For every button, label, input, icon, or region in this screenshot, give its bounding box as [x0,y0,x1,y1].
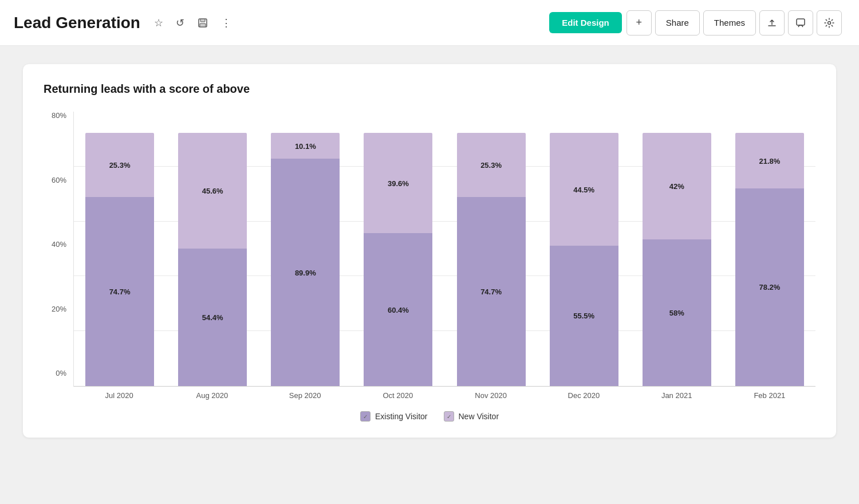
chart-area: 0% 20% 40% 60% 80% 25.3%74.7%45.6%54.4%1… [44,112,815,400]
legend-label-new: New Visitor [459,412,499,421]
chart-card: Returning leads with a score of above 0%… [23,64,836,438]
x-axis-label: Jan 2021 [636,391,718,400]
bar-segment-top: 42% [643,133,711,239]
main-content: Returning leads with a score of above 0%… [0,46,859,456]
bar-segment-bottom: 74.7% [457,197,526,386]
bar-top-label: 25.3% [109,161,131,170]
bar-stack: 25.3%74.7% [457,133,526,386]
x-axis-label: Sep 2020 [264,391,346,400]
more-options-icon[interactable]: ⋮ [219,14,234,32]
bar-top-label: 39.6% [388,179,409,187]
y-label-80: 80% [52,112,66,119]
y-label-0: 0% [56,369,66,377]
bar-segment-bottom: 58% [643,239,711,386]
x-axis-label: Aug 2020 [171,391,253,400]
legend-item-new: ✓ New Visitor [444,411,499,422]
bar-segment-top: 25.3% [457,133,526,197]
bar-group: 25.3%74.7% [450,112,533,386]
svg-rect-1 [200,19,205,22]
chart-title: Returning leads with a score of above [44,82,815,96]
bar-bottom-label: 74.7% [109,288,131,296]
bar-top-label: 42% [669,182,684,191]
bar-top-label: 10.1% [295,141,316,150]
header: Lead Generation ☆ ↺ ⋮ Edit Design + Shar… [0,0,859,46]
bar-stack: 10.1%89.9% [271,133,340,386]
bar-bottom-label: 78.2% [759,283,781,292]
bar-stack: 21.8%78.2% [735,133,804,386]
svg-rect-2 [200,23,206,27]
add-button[interactable]: + [626,10,652,36]
x-axis-label: Nov 2020 [450,391,532,400]
edit-design-button[interactable]: Edit Design [549,12,622,33]
bar-top-label: 25.3% [480,161,502,170]
bar-group: 25.3%74.7% [78,112,161,386]
bar-segment-bottom: 74.7% [85,197,154,386]
legend-swatch-existing: ✓ [360,411,371,422]
chart-body: 25.3%74.7%45.6%54.4%10.1%89.9%39.6%60.4%… [73,112,815,400]
header-icon-group: ☆ ↺ ⋮ [152,14,234,32]
bar-bottom-label: 60.4% [388,305,409,314]
bar-top-label: 45.6% [202,187,223,195]
y-label-40: 40% [52,241,66,248]
x-axis-label: Oct 2020 [357,391,439,400]
bar-top-label: 21.8% [759,156,781,165]
bar-group: 21.8%78.2% [728,112,811,386]
svg-rect-3 [797,19,805,25]
x-labels: Jul 2020Aug 2020Sep 2020Oct 2020Nov 2020… [73,387,815,400]
bar-segment-bottom: 55.5% [550,246,618,386]
bar-bottom-label: 55.5% [573,312,594,320]
bar-segment-top: 25.3% [85,133,154,197]
settings-icon[interactable] [817,10,842,36]
bar-segment-bottom: 54.4% [178,249,247,386]
bar-segment-bottom: 78.2% [735,188,804,386]
bar-stack: 45.6%54.4% [178,133,247,386]
bar-group: 39.6%60.4% [357,112,439,386]
y-axis: 0% 20% 40% 60% 80% [44,112,73,400]
bar-stack: 39.6%60.4% [364,133,432,386]
y-label-60: 60% [52,176,66,184]
legend-label-existing: Existing Visitor [375,412,428,421]
bar-segment-bottom: 60.4% [364,233,432,386]
bar-segment-top: 44.5% [550,133,618,246]
bar-segment-top: 45.6% [178,133,247,248]
save-icon[interactable] [195,15,211,31]
chart-legend: ✓ Existing Visitor ✓ New Visitor [44,411,815,422]
bar-group: 42%58% [636,112,718,386]
bar-segment-top: 39.6% [364,133,432,233]
upload-icon[interactable] [759,10,785,36]
legend-swatch-new: ✓ [444,411,454,422]
bar-stack: 44.5%55.5% [550,133,618,386]
x-axis-label: Dec 2020 [542,391,625,400]
y-label-20: 20% [52,305,66,313]
bar-group: 10.1%89.9% [264,112,346,386]
bar-group: 45.6%54.4% [171,112,254,386]
star-icon[interactable]: ☆ [152,14,166,32]
bar-bottom-label: 58% [669,308,684,317]
x-axis-label: Jul 2020 [78,391,160,400]
comment-icon[interactable] [788,10,813,36]
bar-top-label: 44.5% [573,185,594,194]
themes-button[interactable]: Themes [703,10,756,36]
bars-container: 25.3%74.7%45.6%54.4%10.1%89.9%39.6%60.4%… [73,112,815,387]
bar-segment-bottom: 89.9% [271,159,340,386]
bar-group: 44.5%55.5% [543,112,625,386]
share-button[interactable]: Share [655,10,700,36]
bar-stack: 25.3%74.7% [85,133,154,386]
refresh-icon[interactable]: ↺ [174,14,187,32]
bar-segment-top: 21.8% [735,133,804,188]
page-title: Lead Generation [14,14,140,32]
bar-bottom-label: 74.7% [480,288,502,296]
x-axis-label: Feb 2021 [728,391,811,400]
bar-stack: 42%58% [643,133,711,386]
bar-bottom-label: 89.9% [295,268,316,277]
bar-segment-top: 10.1% [271,133,340,159]
bar-bottom-label: 54.4% [202,313,223,321]
svg-point-4 [828,21,831,24]
legend-item-existing: ✓ Existing Visitor [360,411,428,422]
